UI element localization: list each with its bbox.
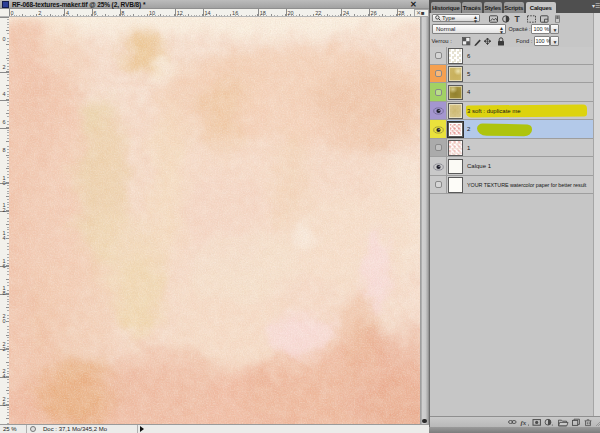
svg-text:fx: fx [521,418,527,425]
svg-text:T: T [515,15,521,23]
